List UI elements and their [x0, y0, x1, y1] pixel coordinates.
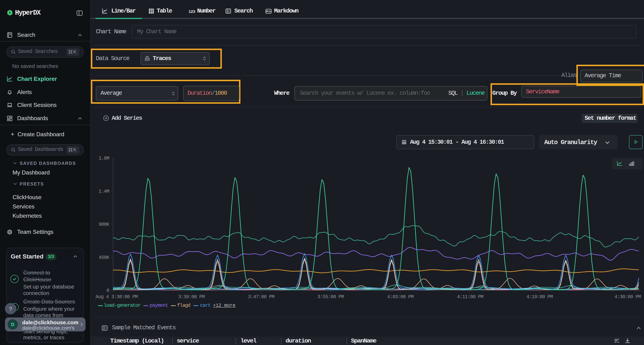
svg-text:4:19:00 PM: 4:19:00 PM — [526, 294, 552, 300]
svg-text:3:39:00 PM: 3:39:00 PM — [178, 294, 204, 300]
svg-text:3:47:00 PM: 3:47:00 PM — [248, 294, 274, 300]
svg-text:1.8M: 1.8M — [98, 156, 109, 161]
svg-text:4:03:00 PM: 4:03:00 PM — [387, 294, 414, 300]
svg-text:4:11:00 PM: 4:11:00 PM — [457, 294, 483, 300]
svg-text:0: 0 — [106, 288, 109, 293]
svg-text:450K: 450K — [98, 255, 110, 260]
svg-text:900K: 900K — [98, 222, 110, 227]
svg-text:4:30:00 PM: 4:30:00 PM — [614, 294, 641, 300]
svg-text:1.4M: 1.4M — [98, 189, 109, 194]
svg-text:Aug 4 3:30:00 PM: Aug 4 3:30:00 PM — [96, 294, 138, 300]
svg-text:3:55:00 PM: 3:55:00 PM — [317, 294, 344, 300]
